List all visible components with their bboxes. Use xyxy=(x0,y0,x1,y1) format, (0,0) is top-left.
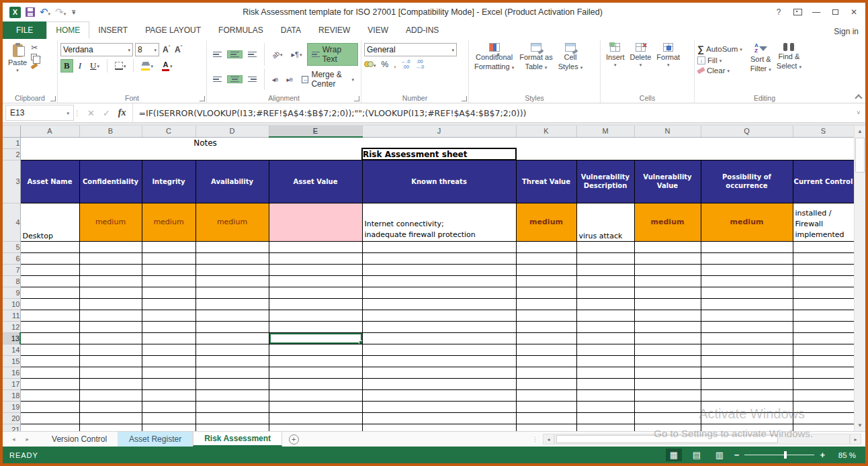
redo-button[interactable]: ↷▾ xyxy=(55,6,66,18)
cell-K16[interactable] xyxy=(516,367,576,378)
sort-filter-button[interactable]: AZ Sort &Filter ▾ xyxy=(748,42,774,93)
cell-A1[interactable] xyxy=(20,137,79,148)
cell-M5[interactable] xyxy=(576,241,634,252)
cell-D20[interactable] xyxy=(196,412,269,424)
selected-cell-E13[interactable] xyxy=(269,332,362,344)
header-cell-E3[interactable]: Asset Value xyxy=(269,160,362,203)
cell-D6[interactable] xyxy=(196,252,269,264)
find-select-button[interactable]: Find &Select ▾ xyxy=(774,42,804,93)
cell-N2[interactable] xyxy=(634,148,701,160)
tab-add-ins[interactable]: ADD-INS xyxy=(397,21,447,39)
cell-B7[interactable] xyxy=(79,264,142,275)
cell-K8[interactable] xyxy=(516,275,576,287)
cell-N7[interactable] xyxy=(634,264,701,275)
tab-home[interactable]: HOME xyxy=(46,21,89,39)
cell-A5[interactable] xyxy=(20,241,79,252)
cell-A15[interactable] xyxy=(20,355,79,367)
row-header-9[interactable]: 9 xyxy=(3,287,20,298)
cell-M7[interactable] xyxy=(576,264,634,275)
paste-button[interactable]: Paste ▾ xyxy=(5,42,30,93)
cell-N13[interactable] xyxy=(634,332,701,344)
cell-B2[interactable] xyxy=(79,148,142,160)
clear-button[interactable]: Clear▾ xyxy=(697,66,742,75)
cell-S7[interactable] xyxy=(793,264,854,275)
cell-J11[interactable] xyxy=(362,310,516,321)
cell-B13[interactable] xyxy=(79,332,142,344)
cell-D19[interactable] xyxy=(196,401,269,412)
cell-S1[interactable] xyxy=(793,137,854,148)
column-header-S[interactable]: S xyxy=(793,126,854,137)
cell-C17[interactable] xyxy=(142,378,196,389)
cell-Q5[interactable] xyxy=(701,241,793,252)
row-header-7[interactable]: 7 xyxy=(3,264,20,275)
header-cell-B3[interactable]: Confidentiality xyxy=(79,160,142,203)
cell-C8[interactable] xyxy=(142,275,196,287)
cell-Q7[interactable] xyxy=(701,264,793,275)
cell-S6[interactable] xyxy=(793,252,854,264)
column-header-C[interactable]: C xyxy=(142,126,196,137)
cell-Q9[interactable] xyxy=(701,287,793,298)
cell-Q18[interactable] xyxy=(701,389,793,401)
cell-B16[interactable] xyxy=(79,367,142,378)
cell-K19[interactable] xyxy=(516,401,576,412)
cell-N1[interactable] xyxy=(634,137,701,148)
cell-S9[interactable] xyxy=(793,287,854,298)
cell-N5[interactable] xyxy=(634,241,701,252)
save-icon[interactable] xyxy=(26,7,35,17)
cell-D8[interactable] xyxy=(196,275,269,287)
cell-E9[interactable] xyxy=(269,287,362,298)
cell-B4[interactable]: medium xyxy=(79,203,142,241)
increase-font-button[interactable]: Aˆ xyxy=(161,45,171,54)
cell-A18[interactable] xyxy=(20,389,79,401)
cell-E14[interactable] xyxy=(269,344,362,355)
tab-file[interactable]: FILE xyxy=(3,21,46,39)
cell-A2[interactable] xyxy=(20,148,79,160)
name-box-splitter[interactable]: ⋮ xyxy=(74,103,81,122)
cell-K21[interactable] xyxy=(516,424,576,431)
cell-J21[interactable] xyxy=(362,424,516,431)
cell-Q17[interactable] xyxy=(701,378,793,389)
cell-Q4[interactable]: medium xyxy=(701,203,793,241)
wrap-text-button[interactable]: Wrap Text xyxy=(307,43,358,66)
row-header-17[interactable]: 17 xyxy=(3,378,20,389)
tab-page-layout[interactable]: PAGE LAYOUT xyxy=(136,21,210,39)
sheet-tab-asset-register[interactable]: Asset Register xyxy=(118,432,193,447)
cell-C4[interactable]: medium xyxy=(142,203,196,241)
cell-Q14[interactable] xyxy=(701,344,793,355)
borders-button[interactable]: ▾ xyxy=(112,60,130,71)
cell-K1[interactable] xyxy=(516,137,576,148)
cell-J1[interactable] xyxy=(362,137,516,148)
cell-D9[interactable] xyxy=(196,287,269,298)
cell-C6[interactable] xyxy=(142,252,196,264)
row-header-14[interactable]: 14 xyxy=(3,344,20,355)
cell-E1[interactable] xyxy=(269,137,362,148)
cell-B15[interactable] xyxy=(79,355,142,367)
cell-A13[interactable] xyxy=(20,332,79,344)
align-right-button[interactable] xyxy=(245,75,260,84)
cell-styles-button[interactable]: CellStyles ▾ xyxy=(556,42,586,93)
zoom-slider-thumb[interactable] xyxy=(784,451,787,459)
cell-M11[interactable] xyxy=(576,310,634,321)
cell-J20[interactable] xyxy=(362,412,516,424)
row-header-3[interactable]: 3 xyxy=(3,160,20,203)
tab-review[interactable]: REVIEW xyxy=(310,21,359,39)
zoom-slider[interactable] xyxy=(744,455,814,456)
cell-N11[interactable] xyxy=(634,310,701,321)
scroll-down-icon[interactable]: ▼ xyxy=(855,420,865,431)
header-cell-S3[interactable]: Current Control xyxy=(793,160,854,203)
cell-E16[interactable] xyxy=(269,367,362,378)
cell-M9[interactable] xyxy=(576,287,634,298)
cell-Q8[interactable] xyxy=(701,275,793,287)
cell-D12[interactable] xyxy=(196,321,269,332)
cell-Q12[interactable] xyxy=(701,321,793,332)
column-header-D[interactable]: D xyxy=(196,126,269,137)
cell-C20[interactable] xyxy=(142,412,196,424)
row-header-15[interactable]: 15 xyxy=(3,355,20,367)
cell-C5[interactable] xyxy=(142,241,196,252)
cell-B20[interactable] xyxy=(79,412,142,424)
tab-insert[interactable]: INSERT xyxy=(89,21,136,39)
clipboard-dialog-launcher[interactable] xyxy=(50,96,56,101)
cell-E11[interactable] xyxy=(269,310,362,321)
row-header-13[interactable]: 13 xyxy=(3,332,20,344)
cell-S10[interactable] xyxy=(793,298,854,310)
